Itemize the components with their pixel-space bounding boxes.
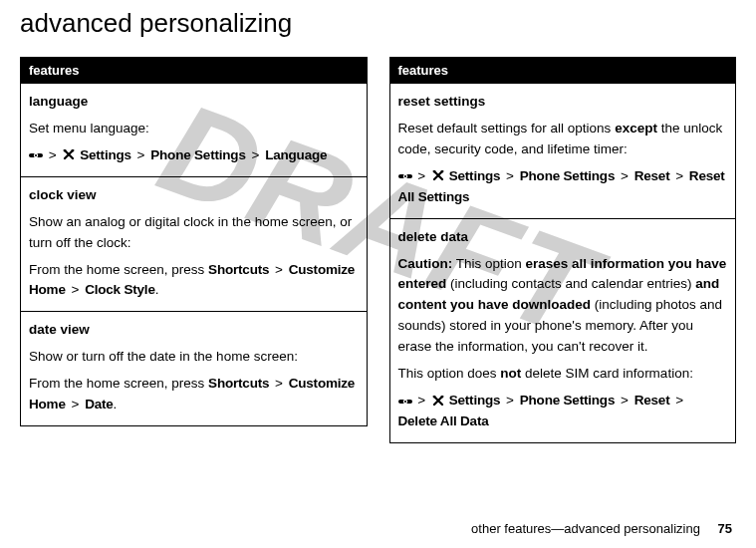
nav-path: From the home screen, press Shortcuts > …: [29, 260, 359, 302]
sep: >: [621, 168, 629, 183]
nav-path: > Settings > Phone Settings > Reset > De…: [398, 391, 728, 432]
emph: not: [500, 366, 521, 381]
text: Reset default settings for all options: [398, 121, 616, 136]
cell-language: language Set menu language: > Settings >…: [21, 83, 367, 176]
note-paragraph: This option does not delete SIM card inf…: [398, 364, 728, 385]
feature-title: reset settings: [398, 92, 728, 113]
path-seg: Date: [85, 397, 113, 411]
path-seg: Clock Style: [85, 282, 155, 297]
path-seg: Reset: [634, 168, 670, 183]
caution-label: Caution:: [398, 256, 453, 271]
feature-title: delete data: [398, 227, 728, 248]
table-header-right: features: [390, 58, 736, 83]
text: delete SIM card information:: [521, 366, 693, 381]
feature-desc: Set menu language:: [29, 119, 359, 139]
nav-path: > Settings > Phone Settings > Language: [29, 145, 359, 166]
features-table-right: features reset settings Reset default se…: [389, 57, 737, 443]
path-seg: Phone Settings: [520, 393, 615, 408]
emph: except: [615, 121, 657, 136]
sep: >: [506, 168, 514, 183]
text: This option: [452, 256, 525, 271]
cell-reset-settings: reset settings Reset default settings fo…: [390, 83, 736, 218]
feature-title: language: [29, 92, 359, 113]
path-seg: Phone Settings: [150, 147, 245, 162]
cell-clock-view: clock view Show an analog or digital clo…: [21, 176, 367, 312]
features-table-left: features language Set menu language: > S…: [20, 57, 368, 426]
page-content: advanced personalizing features language…: [0, 0, 756, 443]
path-seg: Reset: [634, 393, 670, 408]
feature-desc: Show an analog or digital clock in the h…: [29, 212, 359, 254]
svg-point-7: [403, 175, 405, 177]
text: This option does: [398, 366, 501, 381]
right-column: features reset settings Reset default se…: [389, 57, 737, 443]
settings-tools-icon: [431, 396, 445, 408]
settings-tools-icon: [62, 149, 76, 161]
path-seg: Settings: [449, 168, 501, 183]
page-heading: advanced personalizing: [20, 8, 736, 39]
period: .: [114, 397, 118, 411]
sep: >: [675, 168, 683, 183]
two-column-layout: features language Set menu language: > S…: [20, 57, 736, 443]
nav-path: > Settings > Phone Settings > Reset > Re…: [398, 166, 728, 208]
left-column: features language Set menu language: > S…: [20, 57, 368, 443]
text: (including contacts and calendar entries…: [446, 276, 695, 291]
cell-delete-data: delete data Caution: This option erases …: [390, 218, 736, 442]
footer-text: other features—advanced personalizing: [471, 521, 700, 536]
feature-desc: Reset default settings for all options e…: [398, 119, 728, 160]
path-seg: Delete All Data: [398, 413, 489, 428]
center-key-icon: [29, 150, 43, 160]
nav-path: From the home screen, press Shortcuts > …: [29, 374, 359, 415]
sep: >: [275, 262, 283, 277]
sep: >: [621, 393, 629, 408]
sep: >: [252, 147, 260, 162]
sep: >: [275, 376, 283, 391]
path-seg: Shortcuts: [208, 262, 269, 277]
center-key-icon: [398, 397, 412, 407]
path-seg: Settings: [449, 393, 501, 408]
feature-desc: Show or turn off the date in the home sc…: [29, 347, 359, 368]
lead-text: From the home screen, press: [29, 262, 208, 277]
path-seg: Language: [265, 147, 327, 162]
feature-title: date view: [29, 320, 359, 341]
sep: >: [417, 168, 425, 183]
svg-point-2: [35, 154, 37, 156]
page-number: 75: [718, 521, 732, 536]
center-key-icon: [398, 171, 412, 181]
sep: >: [49, 147, 57, 162]
page-footer: other features—advanced personalizing 75: [471, 521, 732, 536]
path-seg: Phone Settings: [520, 168, 615, 183]
sep: >: [417, 393, 425, 408]
settings-tools-icon: [431, 170, 445, 182]
caution-paragraph: Caution: This option erases all informat…: [398, 254, 728, 359]
cell-date-view: date view Show or turn off the date in t…: [21, 311, 367, 425]
lead-text: From the home screen, press: [29, 376, 208, 391]
sep: >: [137, 147, 145, 162]
path-seg: Settings: [80, 147, 131, 162]
sep: >: [71, 397, 79, 411]
feature-title: clock view: [29, 185, 359, 206]
sep: >: [675, 393, 683, 408]
svg-point-12: [403, 400, 405, 402]
sep: >: [71, 282, 79, 297]
path-seg: Shortcuts: [208, 376, 269, 391]
sep: >: [506, 393, 514, 408]
table-header-left: features: [21, 58, 367, 83]
period: .: [155, 282, 159, 297]
